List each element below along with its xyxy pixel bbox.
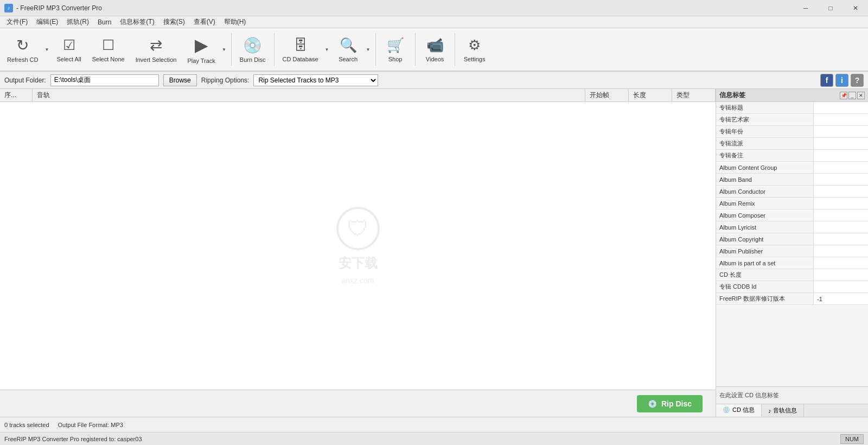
info-row-8: Album Remix — [716, 198, 868, 209]
select-none-button[interactable]: ☐ Select None — [87, 30, 130, 68]
info-value-11[interactable] — [814, 233, 868, 245]
play-dropdown-arrow[interactable]: ▼ — [220, 30, 228, 68]
info-value-6[interactable] — [814, 174, 868, 185]
menu-item-e[interactable]: 编辑(E) — [32, 16, 62, 28]
info-row-13: Album is part of a set — [716, 257, 868, 269]
info-value-4[interactable] — [814, 150, 868, 161]
col-length-header: 长度 — [629, 89, 672, 101]
info-row-10: Album Lyricist — [716, 221, 868, 233]
info-row-4: 专辑备注 — [716, 150, 868, 162]
info-row-11: Album Copyright — [716, 233, 868, 245]
db-dropdown-arrow[interactable]: ▼ — [323, 30, 331, 68]
info-value-1[interactable] — [814, 114, 868, 125]
info-label-13: Album is part of a set — [716, 257, 814, 269]
info-row-16: FreeRIP 数据库修订版本-1 — [716, 293, 868, 305]
track-list: 序... 音轨 开始帧 长度 类型 🛡 安下载 anxz.com — [0, 89, 716, 417]
invert-selection-button[interactable]: ⇄ Invert Selection — [131, 30, 182, 68]
burn-disc-button[interactable]: 💿 Burn Disc — [235, 30, 271, 68]
settings-icon: ⚙ — [468, 37, 481, 54]
info-value-7[interactable] — [814, 186, 868, 197]
play-icon: ▶ — [195, 35, 208, 55]
help-icon-button[interactable]: ? — [851, 74, 864, 87]
facebook-icon-button[interactable]: f — [820, 74, 833, 87]
menu-item-s[interactable]: 搜索(S) — [159, 16, 189, 28]
panel-footer: 在此设置 CD 信息标签 — [716, 386, 868, 404]
refresh-icon: ↻ — [16, 36, 29, 54]
col-track-header: 音轨 — [33, 89, 585, 101]
tab-track-info[interactable]: ♪ 音轨信息 — [762, 404, 805, 417]
menu-item-burn[interactable]: Burn — [93, 17, 116, 27]
burn-disc-label: Burn Disc — [240, 56, 266, 63]
menu-item-t[interactable]: 信息标签(T) — [116, 16, 158, 28]
cd-database-group: 🗄 CD Database ▼ — [278, 30, 331, 68]
close-button[interactable]: ✕ — [843, 0, 868, 16]
toolbar: ↻ Refresh CD ▼ ☑ Select All ☐ Select Non… — [0, 28, 868, 72]
info-value-14[interactable] — [814, 269, 868, 281]
watermark-url: anxz.com — [342, 276, 374, 285]
rip-disc-button[interactable]: 💿 Rip Disc — [637, 395, 703, 412]
search-button[interactable]: 🔍 Search — [332, 30, 365, 68]
maximize-button[interactable]: □ — [818, 0, 843, 16]
info-value-10[interactable] — [814, 221, 868, 233]
shop-label: Shop — [388, 56, 403, 62]
num-indicator: NUM — [840, 434, 864, 444]
search-group: 🔍 Search ▼ — [332, 30, 372, 68]
info-icon-button[interactable]: i — [835, 74, 848, 87]
separator-5 — [455, 33, 455, 66]
info-value-0[interactable] — [814, 102, 868, 113]
info-value-15[interactable] — [814, 281, 868, 293]
tab-cd-info[interactable]: 💿 CD 信息 — [716, 404, 762, 417]
refresh-dropdown-arrow[interactable]: ▼ — [43, 30, 50, 68]
refresh-cd-button[interactable]: ↻ Refresh CD — [2, 30, 43, 68]
refresh-cd-group: ↻ Refresh CD ▼ — [2, 30, 50, 68]
info-label-16: FreeRIP 数据库修订版本 — [716, 293, 814, 304]
browse-button[interactable]: Browse — [163, 74, 197, 86]
search-dropdown-arrow[interactable]: ▼ — [365, 30, 372, 68]
videos-icon: 📹 — [426, 37, 444, 54]
info-value-9[interactable] — [814, 209, 868, 221]
info-value-12[interactable] — [814, 245, 868, 257]
play-track-button[interactable]: ▶ Play Track — [182, 30, 220, 68]
select-all-icon: ☑ — [63, 37, 75, 54]
ripping-options-select[interactable]: Rip Selected Tracks to MP3 Rip All Track… — [253, 74, 378, 86]
right-panel: 信息标签 📌 _ ✕ 专辑标题专辑艺术家专辑年份专辑流派专辑备注Album Co… — [716, 89, 868, 417]
minimize-button[interactable]: ─ — [793, 0, 818, 16]
settings-button[interactable]: ⚙ Settings — [458, 30, 491, 68]
info-row-3: 专辑流派 — [716, 138, 868, 150]
play-track-label: Play Track — [187, 58, 215, 64]
cd-database-button[interactable]: 🗄 CD Database — [278, 30, 323, 68]
info-label-7: Album Conductor — [716, 186, 814, 197]
info-value-3[interactable] — [814, 138, 868, 149]
watermark-icon: 🛡 — [336, 207, 380, 250]
menu-item-f[interactable]: 文件(F) — [2, 16, 32, 28]
info-value-16[interactable]: -1 — [814, 293, 868, 304]
panel-minimize-button[interactable]: _ — [848, 92, 856, 99]
options-icons: f i ? — [820, 74, 864, 87]
main-area: 序... 音轨 开始帧 长度 类型 🛡 安下载 anxz.com — [0, 89, 868, 417]
menu-item-h[interactable]: 帮助(H) — [220, 16, 251, 28]
output-folder-input[interactable] — [50, 74, 159, 86]
videos-label: Videos — [426, 56, 444, 62]
select-all-button[interactable]: ☑ Select All — [52, 30, 86, 68]
info-value-13[interactable] — [814, 257, 868, 269]
invert-label: Invert Selection — [136, 56, 177, 63]
info-value-5[interactable] — [814, 162, 868, 173]
info-value-2[interactable] — [814, 126, 868, 137]
menu-item-r[interactable]: 抓轨(R) — [62, 16, 93, 28]
track-info-tab-icon: ♪ — [768, 408, 771, 414]
window-controls: ─ □ ✕ — [793, 0, 868, 16]
shop-button[interactable]: 🛒 Shop — [379, 30, 412, 68]
panel-pin-button[interactable]: 📌 — [840, 92, 847, 99]
ripping-options-label: Ripping Options: — [201, 77, 250, 84]
rip-disc-label: Rip Disc — [661, 399, 692, 408]
videos-button[interactable]: 📹 Videos — [419, 30, 451, 68]
menu-item-v[interactable]: 查看(V) — [189, 16, 220, 28]
panel-close-button[interactable]: ✕ — [857, 92, 865, 99]
info-row-14: CD 长度 — [716, 269, 868, 281]
title-bar: ♪ - FreeRIP MP3 Converter Pro ─ □ ✕ — [0, 0, 868, 16]
play-track-group: ▶ Play Track ▼ — [182, 30, 227, 68]
cd-info-tab-icon: 💿 — [723, 406, 730, 414]
info-value-8[interactable] — [814, 198, 868, 209]
separator-1 — [231, 33, 232, 66]
info-row-6: Album Band — [716, 174, 868, 186]
